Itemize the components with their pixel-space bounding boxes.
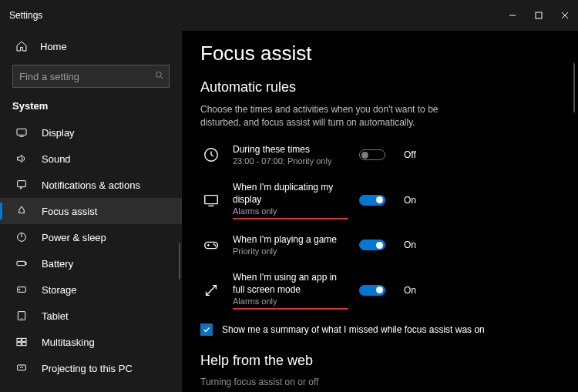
power-icon — [15, 231, 28, 243]
home-icon — [15, 40, 28, 52]
svg-rect-8 — [18, 181, 26, 187]
svg-rect-20 — [22, 343, 26, 346]
sidebar-item-label: Tablet — [42, 310, 69, 322]
rule-toggle[interactable] — [359, 285, 385, 296]
sidebar-item-storage[interactable]: Storage — [0, 276, 182, 303]
svg-rect-19 — [17, 343, 21, 346]
sidebar-item-power-sleep[interactable]: Power & sleep — [0, 224, 182, 250]
rule-duplicating-display[interactable]: When I'm duplicating my display Alarms o… — [200, 181, 560, 219]
content: Focus assist Automatic rules Choose the … — [182, 31, 578, 392]
auto-rules-heading: Automatic rules — [200, 79, 560, 95]
svg-point-29 — [215, 246, 216, 246]
sidebar-item-label: Power & sleep — [42, 232, 106, 243]
svg-point-4 — [156, 72, 161, 77]
search-input[interactable] — [12, 65, 170, 88]
sidebar-item-display[interactable]: Display — [0, 119, 182, 146]
sidebar-item-label: Battery — [42, 258, 73, 270]
sidebar-item-label: Focus assist — [42, 206, 97, 217]
rule-playing-game[interactable]: When I'm playing a game Priority only On — [200, 233, 560, 257]
sidebar-item-sound[interactable]: Sound — [0, 146, 182, 172]
sound-icon — [15, 152, 28, 165]
rule-title: When I'm using an app in full screen mod… — [233, 272, 337, 295]
svg-rect-13 — [18, 287, 26, 293]
svg-point-14 — [19, 289, 20, 290]
svg-line-5 — [161, 77, 163, 79]
section-label: System — [0, 95, 182, 119]
window-title: Settings — [9, 10, 42, 21]
sidebar-item-projecting[interactable]: Projecting to this PC — [0, 355, 182, 381]
rule-sub: Priority only — [233, 246, 348, 257]
rule-during-times[interactable]: During these times 23:00 - 07:00; Priori… — [200, 143, 560, 167]
svg-rect-12 — [25, 263, 26, 265]
summary-label: Show me a summary of what I missed while… — [222, 324, 485, 335]
help-heading: Help from the web — [200, 353, 560, 369]
battery-icon — [15, 257, 28, 270]
home-label: Home — [40, 41, 67, 52]
sidebar-item-tablet[interactable]: Tablet — [0, 303, 182, 329]
rule-sub: 23:00 - 07:00; Priority only — [233, 156, 348, 167]
sidebar-item-label: Sound — [42, 153, 71, 165]
rule-title: When I'm playing a game — [233, 234, 337, 245]
rule-title: During these times — [233, 144, 310, 155]
monitor-icon — [203, 192, 220, 209]
help-link[interactable]: Turning focus assist on or off — [200, 377, 560, 387]
svg-rect-21 — [18, 365, 26, 370]
svg-rect-6 — [17, 129, 26, 135]
sidebar-item-multitasking[interactable]: Multitasking — [0, 329, 182, 355]
page-title: Focus assist — [200, 42, 560, 65]
focus-assist-icon — [15, 205, 28, 217]
toggle-state: On — [404, 240, 416, 250]
sidebar-scrollbar[interactable] — [179, 243, 180, 280]
nav: Display Sound Notifications & actions Fo… — [0, 119, 182, 392]
sidebar-item-focus-assist[interactable]: Focus assist — [0, 198, 182, 224]
storage-icon — [15, 283, 28, 296]
toggle-state: On — [404, 285, 416, 296]
projecting-icon — [15, 362, 28, 374]
sidebar-item-battery[interactable]: Battery — [0, 250, 182, 276]
sidebar-item-label: Projecting to this PC — [42, 363, 133, 374]
content-scrollbar[interactable] — [573, 63, 575, 112]
toggle-state: Off — [404, 149, 416, 160]
multitasking-icon — [15, 336, 28, 348]
notifications-icon — [15, 179, 28, 191]
close-button[interactable] — [552, 0, 578, 31]
fullscreen-icon — [203, 282, 220, 299]
maximize-button[interactable] — [526, 0, 552, 31]
summary-row[interactable]: Show me a summary of what I missed while… — [200, 323, 560, 336]
display-icon — [15, 126, 28, 139]
sidebar-item-label: Storage — [42, 284, 77, 296]
minimize-button[interactable] — [499, 0, 526, 31]
summary-checkbox[interactable] — [200, 323, 213, 336]
sidebar-item-notifications[interactable]: Notifications & actions — [0, 172, 182, 198]
sidebar-item-label: Display — [42, 127, 75, 139]
titlebar: Settings — [0, 0, 578, 31]
sidebar-item-label: Multitasking — [42, 337, 95, 348]
search-icon — [154, 70, 165, 81]
rule-toggle[interactable] — [359, 149, 385, 160]
svg-rect-11 — [17, 261, 25, 265]
rule-toggle[interactable] — [359, 195, 385, 206]
sidebar: Home System Display Sound Notifications — [0, 31, 182, 392]
svg-rect-1 — [536, 12, 542, 18]
svg-rect-23 — [205, 195, 218, 203]
check-icon — [202, 325, 211, 334]
sidebar-item-label: Notifications & actions — [42, 179, 140, 191]
svg-rect-18 — [22, 338, 26, 341]
home-link[interactable]: Home — [0, 31, 182, 62]
game-icon — [203, 236, 220, 253]
rule-title: When I'm duplicating my display — [233, 182, 333, 205]
rule-toggle[interactable] — [359, 240, 385, 250]
svg-point-28 — [213, 244, 214, 245]
svg-rect-17 — [17, 338, 21, 341]
auto-rules-desc: Choose the times and activities when you… — [200, 103, 447, 129]
rule-sub: Alarms only — [233, 206, 348, 217]
rule-sub: Alarms only — [233, 296, 348, 307]
toggle-state: On — [404, 195, 416, 206]
tablet-icon — [15, 310, 28, 322]
rule-fullscreen-app[interactable]: When I'm using an app in full screen mod… — [200, 271, 560, 310]
clock-icon — [203, 146, 220, 163]
